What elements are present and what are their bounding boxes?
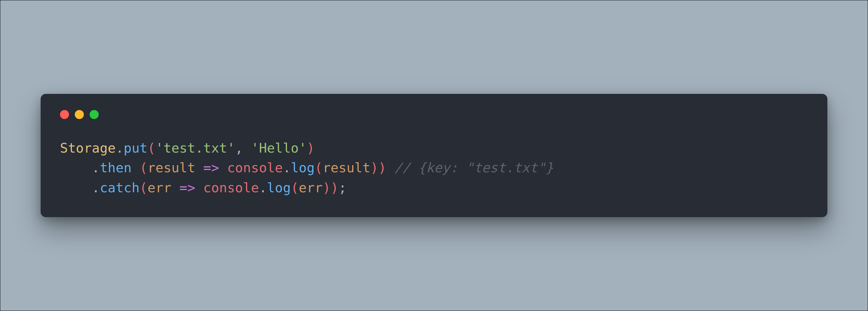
close-icon[interactable] xyxy=(60,110,69,119)
code-block: Storage.put('test.txt', 'Hello') .then (… xyxy=(60,138,808,198)
code-token-comment: // {key: "test.txt"} xyxy=(386,160,553,175)
code-token-method: log xyxy=(267,180,291,196)
code-token-paren: ( xyxy=(315,160,323,175)
code-token-method: then xyxy=(100,160,131,175)
code-token-paren: ( xyxy=(148,140,156,156)
code-token-object: console xyxy=(203,180,259,196)
code-token-string: 'Hello' xyxy=(251,140,307,156)
code-token-dot: . xyxy=(283,160,291,175)
code-token-paren: ( xyxy=(291,180,299,196)
code-token-arrow: => xyxy=(172,180,204,196)
code-token-method: catch xyxy=(100,180,139,196)
code-token-paren: ) xyxy=(370,160,378,175)
minimize-icon[interactable] xyxy=(75,110,84,119)
code-token-arrow: => xyxy=(195,160,227,175)
code-token-paren: ) xyxy=(307,140,315,156)
code-token-identifier: err xyxy=(148,180,172,196)
code-token-paren: ( xyxy=(140,180,148,196)
code-token-identifier: result xyxy=(148,160,195,175)
code-token-paren: ) xyxy=(331,180,339,196)
code-token-identifier: err xyxy=(299,180,323,196)
code-token-string: 'test.txt' xyxy=(155,140,235,156)
code-token-dot: . xyxy=(116,140,124,156)
code-token-semicolon: ; xyxy=(339,180,347,196)
code-token-identifier: result xyxy=(323,160,370,175)
code-token-paren: ( xyxy=(140,160,148,175)
code-token-dot: . xyxy=(92,180,100,196)
code-token-paren: ) xyxy=(378,160,386,175)
code-token-class: Storage xyxy=(60,140,116,156)
window-controls xyxy=(60,110,808,119)
code-space xyxy=(131,160,140,175)
code-token-dot: . xyxy=(92,160,100,175)
code-token-method: put xyxy=(123,140,147,156)
code-window: Storage.put('test.txt', 'Hello') .then (… xyxy=(41,94,827,218)
code-token-comma: , xyxy=(235,140,251,156)
code-token-object: console xyxy=(227,160,283,175)
code-indent xyxy=(60,160,92,175)
code-indent xyxy=(60,180,92,196)
code-token-dot: . xyxy=(259,180,267,196)
code-token-paren: ) xyxy=(323,180,331,196)
zoom-icon[interactable] xyxy=(90,110,99,119)
code-token-method: log xyxy=(291,160,315,175)
